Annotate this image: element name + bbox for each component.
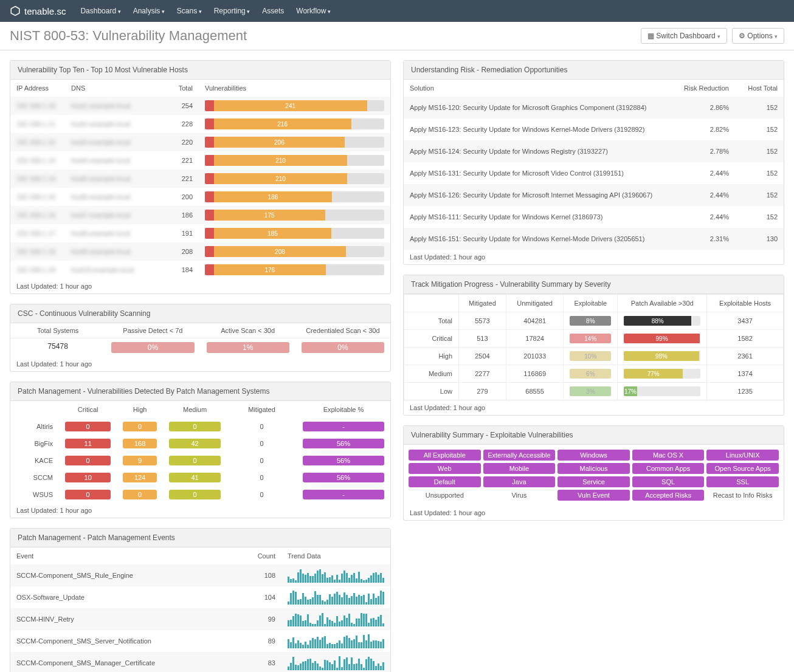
switch-dashboard-button[interactable]: ▦ Switch Dashboard xyxy=(641,28,727,44)
nav-item-dashboard[interactable]: Dashboard xyxy=(80,7,120,15)
medium-badge[interactable]: 42 xyxy=(169,439,221,448)
high-badge[interactable]: 124 xyxy=(123,473,157,482)
mitigated-value: 2504 xyxy=(459,348,506,365)
ip-value: 192.168.1.18 xyxy=(16,248,55,255)
nav-item-workflow[interactable]: Workflow xyxy=(296,7,331,15)
table-row[interactable]: 192.168.1.19 host10.example.local 184 17… xyxy=(10,261,390,279)
ip-value: 192.168.1.12 xyxy=(16,139,55,146)
critical-badge[interactable]: 0 xyxy=(65,422,111,431)
tag-open-source-apps[interactable]: Open Source Apps xyxy=(706,463,779,474)
severity-name: High xyxy=(404,348,459,365)
options-button[interactable]: ⚙ Options xyxy=(732,28,784,44)
table-row[interactable]: SCCM-Component_SMS_Rule_Engine 108 xyxy=(10,564,390,586)
table-row[interactable]: 192.168.1.17 host8.example.local 191 185 xyxy=(10,224,390,242)
table-row[interactable]: 192.168.1.18 host9.example.local 208 208 xyxy=(10,242,390,261)
table-row[interactable]: Apply MS16-111: Security Update for Wind… xyxy=(404,206,784,228)
tag-ssl[interactable]: SSL xyxy=(706,476,779,487)
exploitable-bar[interactable]: 3% xyxy=(570,386,611,396)
tag-common-apps[interactable]: Common Apps xyxy=(632,463,705,474)
tag-mac-os-x[interactable]: Mac OS X xyxy=(632,450,705,461)
exploitable-bar[interactable]: 8% xyxy=(570,316,611,326)
system-name: Altiris xyxy=(10,418,59,435)
tag-default[interactable]: Default xyxy=(409,476,481,487)
table-row[interactable]: Apply MS16-123: Security Update for Wind… xyxy=(404,118,784,140)
exploitable-badge[interactable]: 56% xyxy=(303,473,384,482)
medium-badge[interactable]: 0 xyxy=(169,456,221,465)
patch-available-bar[interactable]: 88% xyxy=(624,316,700,326)
patch-available-bar[interactable]: 99% xyxy=(624,334,700,343)
patch-available-bar[interactable]: 98% xyxy=(624,351,700,361)
tag-accepted-risks[interactable]: Accepted Risks xyxy=(632,490,705,501)
tag-windows[interactable]: Windows xyxy=(558,450,630,461)
tag-externally-accessible[interactable]: Externally Accessible xyxy=(483,450,556,461)
mitigated-value: 0 xyxy=(227,469,297,486)
tag-malicious[interactable]: Malicious xyxy=(558,463,630,474)
csc-value[interactable]: 75478 xyxy=(10,338,105,357)
table-row[interactable]: Apply MS16-124: Security Update for Wind… xyxy=(404,140,784,162)
patch-available-bar[interactable]: 17% xyxy=(624,386,700,396)
tag-sql[interactable]: SQL xyxy=(632,476,705,487)
ip-value: 192.168.1.11 xyxy=(16,120,55,128)
critical-badge[interactable]: 10 xyxy=(65,473,111,482)
csc-col-header: Passive Detect < 7d xyxy=(105,323,200,338)
tag-all-exploitable[interactable]: All Exploitable xyxy=(409,450,481,461)
table-row[interactable]: Apply MS16-131: Security Update for Micr… xyxy=(404,162,784,184)
exploitable-badge[interactable]: 56% xyxy=(303,456,384,465)
table-row[interactable]: 192.168.1.14 host5.example.local 221 210 xyxy=(10,170,390,188)
table-row[interactable]: 192.168.1.10 host1.example.local 254 241 xyxy=(10,97,390,115)
exploitable-bar[interactable]: 6% xyxy=(570,369,611,379)
medium-badge[interactable]: 0 xyxy=(169,422,221,431)
event-name: SCCM-Component_SMS_Rule_Engine xyxy=(10,564,245,586)
table-row[interactable]: OSX-Software_Update 104 xyxy=(10,586,390,608)
exploitable-bar[interactable]: 14% xyxy=(570,334,611,343)
brand-logo[interactable]: tenable.sc xyxy=(10,5,66,16)
csc-value[interactable]: 1% xyxy=(201,338,295,357)
table-row[interactable]: Apply MS16-151: Security Update for Wind… xyxy=(404,228,784,250)
patch-available-bar[interactable]: 77% xyxy=(624,369,700,379)
mitigated-value: 0 xyxy=(227,418,297,435)
nav-item-analysis[interactable]: Analysis xyxy=(133,7,165,15)
critical-badge[interactable]: 11 xyxy=(65,439,111,448)
col-count: Count xyxy=(245,547,281,564)
csc-value[interactable]: 0% xyxy=(295,338,390,357)
table-row[interactable]: 192.168.1.12 host3.example.local 220 206 xyxy=(10,133,390,151)
nav-item-assets[interactable]: Assets xyxy=(262,7,284,15)
table-row[interactable]: SCCM-Component_SMS_Manager_Certificate 8… xyxy=(10,652,390,672)
table-row[interactable]: 192.168.1.11 host2.example.local 228 216 xyxy=(10,115,390,133)
exploitable-bar[interactable]: 10% xyxy=(570,351,611,361)
table-row[interactable]: Apply MS16-126: Security Update for Micr… xyxy=(404,184,784,206)
csc-value[interactable]: 0% xyxy=(105,338,200,357)
high-badge[interactable]: 0 xyxy=(123,422,157,431)
critical-badge[interactable]: 0 xyxy=(65,490,111,499)
tag-web[interactable]: Web xyxy=(409,463,481,474)
table-row[interactable]: 192.168.1.16 host7.example.local 186 175 xyxy=(10,206,390,224)
nav-item-reporting[interactable]: Reporting xyxy=(214,7,250,15)
csc-col-header: Active Scan < 30d xyxy=(201,323,295,338)
tag-vuln-event[interactable]: Vuln Event xyxy=(558,490,630,501)
page-title: NIST 800-53: Vulnerability Management xyxy=(10,28,247,44)
high-badge[interactable]: 0 xyxy=(123,490,157,499)
table-row[interactable]: 192.168.1.15 host6.example.local 200 186 xyxy=(10,188,390,206)
exploitable-badge[interactable]: 56% xyxy=(303,439,384,448)
tag-service[interactable]: Service xyxy=(558,476,630,487)
table-row: Low 279 68555 3% 17% 1235 xyxy=(404,383,784,400)
table-row[interactable]: 192.168.1.13 host4.example.local 221 210 xyxy=(10,151,390,170)
exploitable-badge[interactable]: - xyxy=(303,490,384,499)
tag-linux-unix[interactable]: Linux/UNIX xyxy=(706,450,779,461)
table-row[interactable]: SCCM-Component_SMS_Server_Notification 8… xyxy=(10,630,390,652)
vuln-bar: 241 xyxy=(205,100,384,111)
severity-name: Total xyxy=(404,312,459,330)
exploitable-badge[interactable]: - xyxy=(303,422,384,431)
medium-badge[interactable]: 41 xyxy=(169,473,221,482)
panel-footer: Last Updated: 1 hour ago xyxy=(404,506,784,520)
high-badge[interactable]: 9 xyxy=(123,456,157,465)
tag-mobile[interactable]: Mobile xyxy=(483,463,556,474)
high-badge[interactable]: 168 xyxy=(123,439,157,448)
nav-item-scans[interactable]: Scans xyxy=(177,7,202,15)
mitigated-value: 279 xyxy=(459,383,506,400)
tag-java[interactable]: Java xyxy=(483,476,556,487)
table-row[interactable]: SCCM-HINV_Retry 99 xyxy=(10,608,390,630)
critical-badge[interactable]: 0 xyxy=(65,456,111,465)
table-row[interactable]: Apply MS16-120: Security Update for Micr… xyxy=(404,97,784,118)
medium-badge[interactable]: 0 xyxy=(169,490,221,499)
